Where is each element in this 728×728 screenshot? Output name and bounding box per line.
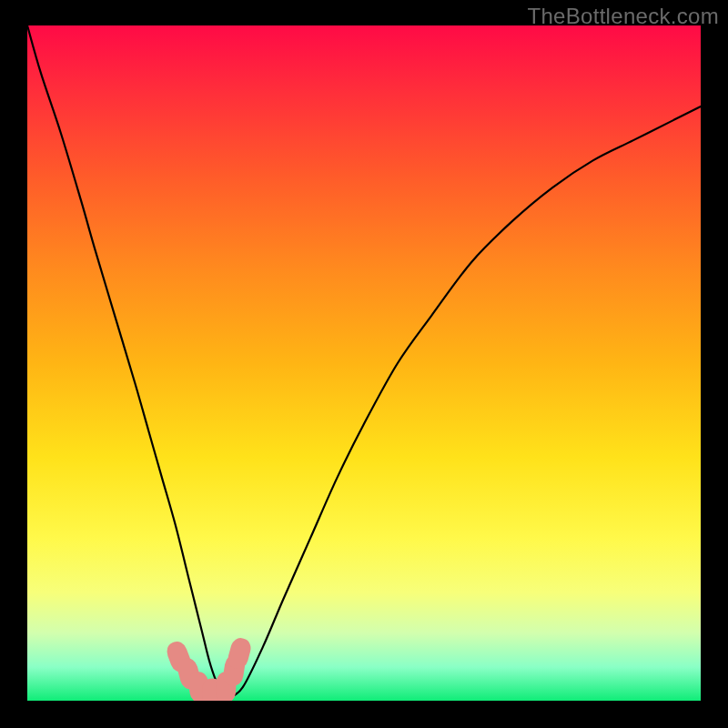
bottleneck-curve [27,25,701,698]
watermark-text: TheBottleneck.com [527,4,719,29]
chart-area [27,25,701,701]
curve-plot [27,25,701,701]
